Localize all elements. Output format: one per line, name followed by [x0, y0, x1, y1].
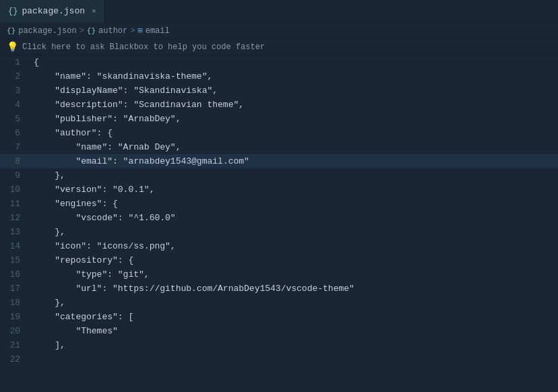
- code-line: 2 "name": "skandinaviska-theme",: [0, 69, 558, 84]
- line-content: "author": {: [31, 126, 558, 140]
- code-line: 19 "categories": [: [0, 310, 558, 324]
- line-number: 8: [0, 154, 31, 168]
- line-content: "engines": {: [31, 197, 558, 211]
- tab-label: package.json: [22, 6, 85, 16]
- line-content: "icon": "icons/ss.png",: [31, 239, 558, 253]
- line-content: "email": "arnabdey1543@gmail.com": [31, 154, 558, 168]
- line-number: 17: [0, 282, 31, 296]
- line-content: "url": "https://github.com/ArnabDey1543/…: [31, 282, 558, 296]
- code-editor: 1{2 "name": "skandinaviska-theme",3 "dis…: [0, 55, 558, 392]
- hint-lightbulb-icon: 💡: [7, 41, 18, 53]
- line-content: "publisher": "ArnabDey",: [31, 112, 558, 126]
- line-content: "type": "git",: [31, 267, 558, 282]
- breadcrumb-icon-3: ⊞: [137, 26, 142, 36]
- code-line: 3 "displayName": "Skandinaviska",: [0, 84, 558, 98]
- breadcrumb: {} package.json > {} author > ⊞ email: [0, 23, 558, 39]
- line-content: "Themes": [31, 324, 558, 338]
- line-content: "version": "0.0.1",: [31, 183, 558, 197]
- tab-json-icon: {}: [8, 7, 18, 16]
- tab-bar: {} package.json ×: [0, 0, 558, 23]
- line-number: 16: [0, 267, 31, 282]
- line-number: 13: [0, 225, 31, 239]
- code-line: 4 "description": "Scandinavian theme",: [0, 98, 558, 112]
- breadcrumb-part3[interactable]: email: [146, 26, 170, 36]
- line-number: 4: [0, 98, 31, 112]
- code-line: 22: [0, 352, 558, 366]
- line-content: "vscode": "^1.60.0": [31, 211, 558, 225]
- breadcrumb-sep-1: >: [80, 26, 84, 36]
- code-line: 18 },: [0, 296, 558, 310]
- breadcrumb-sep-2: >: [130, 26, 135, 36]
- line-content: },: [31, 225, 558, 239]
- line-content: "categories": [: [31, 310, 558, 324]
- line-content: [31, 352, 558, 366]
- code-line: 20 "Themes": [0, 324, 558, 338]
- line-number: 6: [0, 126, 31, 140]
- breadcrumb-part2[interactable]: author: [98, 26, 127, 36]
- code-line: 11 "engines": {: [0, 197, 558, 211]
- code-line: 9 },: [0, 168, 558, 183]
- code-line: 21 ],: [0, 338, 558, 352]
- line-number: 7: [0, 140, 31, 154]
- line-number: 19: [0, 310, 31, 324]
- line-number: 3: [0, 84, 31, 98]
- code-line: 8 "email": "arnabdey1543@gmail.com": [0, 154, 558, 168]
- line-content: "description": "Scandinavian theme",: [31, 98, 558, 112]
- code-line: 15 "repository": {: [0, 253, 558, 267]
- code-line: 6 "author": {: [0, 126, 558, 140]
- line-number: 14: [0, 239, 31, 253]
- hint-bar[interactable]: 💡 Click here to ask Blackbox to help you…: [0, 39, 558, 55]
- line-number: 22: [0, 352, 31, 366]
- line-number: 2: [0, 69, 31, 84]
- code-line: 5 "publisher": "ArnabDey",: [0, 112, 558, 126]
- line-content: {: [31, 55, 558, 69]
- line-number: 12: [0, 211, 31, 225]
- line-number: 1: [0, 55, 31, 69]
- tab-close-button[interactable]: ×: [92, 7, 96, 15]
- line-number: 9: [0, 168, 31, 183]
- line-number: 5: [0, 112, 31, 126]
- line-content: },: [31, 168, 558, 183]
- line-content: ],: [31, 338, 558, 352]
- line-number: 11: [0, 197, 31, 211]
- code-line: 17 "url": "https://github.com/ArnabDey15…: [0, 282, 558, 296]
- code-line: 16 "type": "git",: [0, 267, 558, 282]
- line-content: "name": "Arnab Dey",: [31, 140, 558, 154]
- breadcrumb-icon-1: {}: [7, 27, 16, 35]
- code-line: 7 "name": "Arnab Dey",: [0, 140, 558, 154]
- line-number: 21: [0, 338, 31, 352]
- hint-text: Click here to ask Blackbox to help you c…: [22, 42, 265, 52]
- line-content: },: [31, 296, 558, 310]
- code-line: 1{: [0, 55, 558, 69]
- line-content: "repository": {: [31, 253, 558, 267]
- tab-package-json[interactable]: {} package.json ×: [0, 0, 105, 23]
- code-line: 10 "version": "0.0.1",: [0, 183, 558, 197]
- line-content: "name": "skandinaviska-theme",: [31, 69, 558, 84]
- line-number: 18: [0, 296, 31, 310]
- line-number: 20: [0, 324, 31, 338]
- line-number: 15: [0, 253, 31, 267]
- code-line: 13 },: [0, 225, 558, 239]
- code-line: 12 "vscode": "^1.60.0": [0, 211, 558, 225]
- code-line: 14 "icon": "icons/ss.png",: [0, 239, 558, 253]
- line-number: 10: [0, 183, 31, 197]
- line-content: "displayName": "Skandinaviska",: [31, 84, 558, 98]
- breadcrumb-icon-2: {}: [87, 27, 96, 35]
- breadcrumb-part1[interactable]: package.json: [18, 26, 76, 36]
